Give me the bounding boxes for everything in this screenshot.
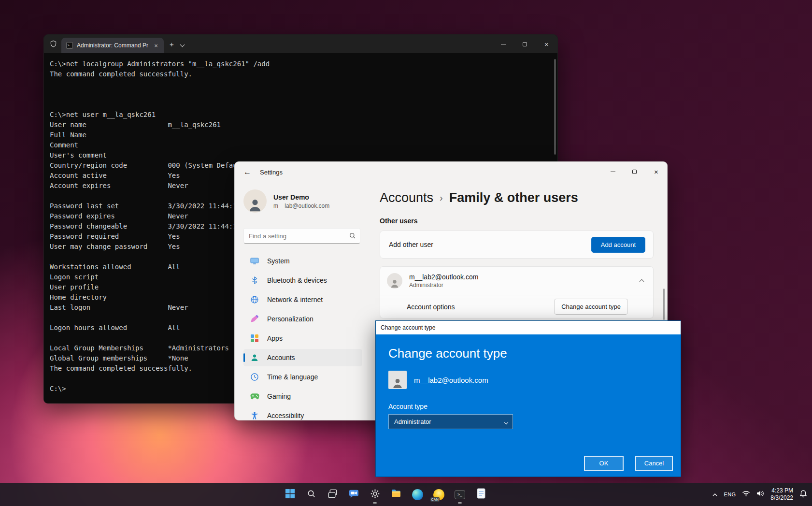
account-type-dropdown[interactable]: Administrator <box>388 414 513 429</box>
settings-taskbar-button[interactable] <box>364 485 385 504</box>
clock[interactable]: 4:23 PM 8/3/2022 <box>770 487 793 502</box>
terminal-scrollbar[interactable] <box>554 59 556 155</box>
user-profile[interactable]: User Demo m__lab@outlook.com <box>243 189 380 213</box>
breadcrumb-accounts[interactable]: Accounts <box>380 189 433 206</box>
sidebar-item-network[interactable]: Network & internet <box>243 291 362 308</box>
dialog-user-email: m__lab2@outlook.com <box>414 376 488 384</box>
dialog-user-avatar <box>388 371 407 389</box>
user-avatar <box>243 189 267 213</box>
settings-nav: System Bluetooth & devices Network & int… <box>243 252 380 420</box>
edge-button[interactable] <box>407 485 428 504</box>
search-icon <box>349 232 356 241</box>
page-title: Family & other users <box>449 189 578 206</box>
notification-bell-icon[interactable] <box>799 490 807 500</box>
admin-shield-icon <box>50 40 57 50</box>
sidebar-item-personalization[interactable]: Personalization <box>243 310 362 328</box>
other-user-header[interactable]: m__lab2@outlook.com Administrator <box>380 267 653 295</box>
dialog-titlebar: Change account type <box>376 321 681 334</box>
sidebar-item-accounts[interactable]: Accounts <box>243 349 362 366</box>
collapse-chevron-icon[interactable] <box>638 275 645 287</box>
command-prompt-icon: >_ <box>455 490 465 499</box>
add-other-user-row: Add other user Add account <box>380 231 654 259</box>
folder-icon <box>391 488 401 501</box>
account-type-selected: Administrator <box>394 418 431 425</box>
sidebar-item-time-language[interactable]: Time & language <box>243 368 362 386</box>
account-options-row: Account options Change account type <box>380 295 653 318</box>
terminal-minimize-button[interactable] <box>492 35 514 53</box>
dialog-title: Change account type <box>381 324 435 331</box>
settings-minimize-button[interactable] <box>602 162 624 181</box>
dialog-heading: Change account type <box>388 346 668 361</box>
tray-time: 4:23 PM <box>770 487 793 494</box>
tab-dropdown-chevron-icon[interactable] <box>181 40 184 48</box>
system-icon <box>250 257 259 265</box>
tray-date: 8/3/2022 <box>770 494 793 502</box>
sidebar-item-accessibility[interactable]: Accessibility <box>243 407 362 420</box>
accounts-person-icon <box>250 353 259 362</box>
sidebar-item-bluetooth[interactable]: Bluetooth & devices <box>243 272 362 289</box>
sidebar-item-apps[interactable]: Apps <box>243 330 362 347</box>
canary-badge: CAN <box>430 497 440 502</box>
settings-titlebar: ← Settings × <box>235 162 667 182</box>
notepad-icon <box>477 488 485 501</box>
chat-icon <box>349 489 359 501</box>
chrome-canary-button[interactable]: CAN <box>428 485 449 504</box>
settings-close-button[interactable]: × <box>645 162 667 181</box>
ok-button[interactable]: OK <box>584 456 624 471</box>
account-options-label: Account options <box>407 303 455 311</box>
task-view-button[interactable] <box>322 485 343 504</box>
sidebar-item-system[interactable]: System <box>243 252 362 270</box>
terminal-close-button[interactable]: × <box>536 35 557 53</box>
dialog-user-row: m__lab2@outlook.com <box>388 371 668 389</box>
settings-window-title: Settings <box>260 169 283 176</box>
taskbar-search-button[interactable] <box>300 485 322 504</box>
language-indicator[interactable]: ENG <box>724 492 736 497</box>
cancel-button[interactable]: Cancel <box>635 456 673 471</box>
notepad-button[interactable] <box>470 485 492 504</box>
profile-name: User Demo <box>273 193 329 201</box>
terminal-maximize-button[interactable] <box>514 35 536 53</box>
back-arrow-icon[interactable]: ← <box>243 168 251 176</box>
settings-sidebar: User Demo m__lab@outlook.com System <box>235 182 380 420</box>
settings-maximize-button[interactable] <box>624 162 645 181</box>
add-account-button[interactable]: Add account <box>591 237 645 253</box>
open-app-indicator <box>458 502 462 504</box>
open-app-indicator <box>373 502 377 504</box>
terminal-tab-title: Administrator: Command Pro <box>77 42 148 49</box>
breadcrumb: Accounts › Family & other users <box>380 189 654 206</box>
other-user-email: m__lab2@outlook.com <box>409 273 631 281</box>
terminal-tab[interactable]: >_ Administrator: Command Pro × <box>61 38 164 53</box>
edge-browser-icon <box>412 489 423 500</box>
chat-button[interactable] <box>343 485 364 504</box>
sidebar-item-gaming[interactable]: Gaming <box>243 388 362 405</box>
breadcrumb-separator-icon: › <box>440 189 443 206</box>
search-icon <box>307 489 316 500</box>
tab-close-icon[interactable]: × <box>152 42 160 49</box>
new-tab-button[interactable]: + <box>170 40 174 48</box>
change-account-type-dialog: Change account type Change account type … <box>375 320 681 477</box>
selected-accent-bar <box>243 353 245 362</box>
start-button[interactable] <box>279 485 300 504</box>
settings-scrollbar[interactable] <box>663 289 665 320</box>
globe-icon <box>250 295 259 304</box>
tray-overflow-chevron-icon[interactable] <box>712 490 718 499</box>
dropdown-chevron-icon <box>505 418 508 425</box>
terminal-taskbar-button[interactable]: >_ <box>449 485 470 504</box>
profile-email: m__lab@outlook.com <box>273 202 329 209</box>
bluetooth-icon <box>250 276 259 285</box>
volume-icon[interactable] <box>756 490 764 499</box>
account-type-label: Account type <box>388 403 668 410</box>
accessibility-icon <box>250 411 259 420</box>
desktop: >_ Administrator: Command Pro × + × C:\>… <box>0 0 812 506</box>
search-input[interactable] <box>243 228 360 244</box>
wifi-icon[interactable] <box>742 490 750 499</box>
apps-grid-icon <box>250 334 259 343</box>
terminal-titlebar[interactable]: >_ Administrator: Command Pro × + × <box>44 35 557 53</box>
change-account-type-button[interactable]: Change account type <box>554 299 628 315</box>
other-user-role: Administrator <box>409 282 631 289</box>
file-explorer-button[interactable] <box>385 485 407 504</box>
settings-content: Accounts › Family & other users Other us… <box>380 182 654 318</box>
taskbar: CAN >_ ENG 4:23 PM 8/3/2022 <box>0 483 812 506</box>
windows-logo-icon <box>285 489 295 501</box>
other-user-avatar <box>387 273 402 289</box>
